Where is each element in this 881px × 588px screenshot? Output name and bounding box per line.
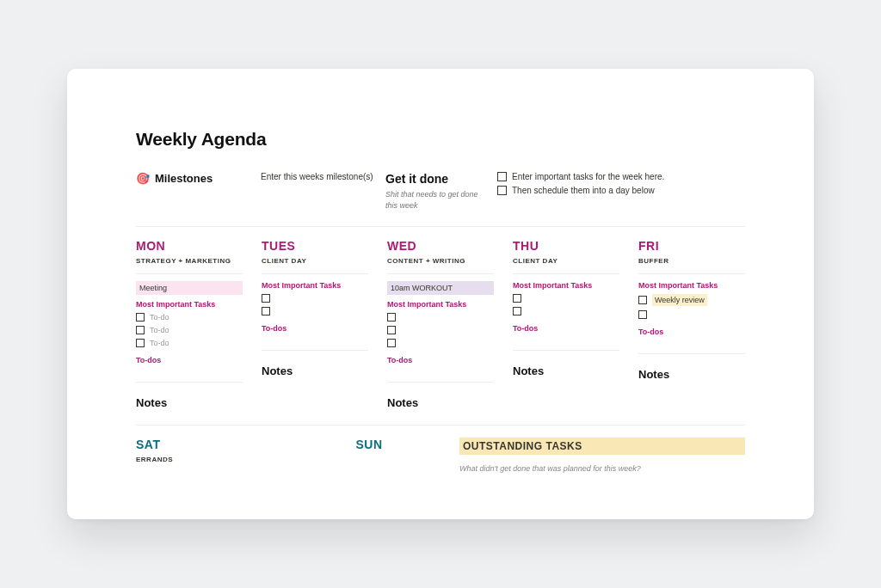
day-sat: SAT ERRANDS [136, 438, 279, 473]
task-line[interactable]: Weekly review [638, 294, 745, 306]
task-line[interactable] [387, 326, 494, 334]
notes-heading: Notes [513, 364, 619, 377]
day-thu: THU CLIENT DAY Most Important Tasks To-d… [513, 239, 619, 409]
day-mon: MON STRATEGY + MARKETING Meeting Most Im… [136, 239, 243, 409]
day-subtitle: CLIENT DAY [262, 257, 368, 265]
checkbox-icon[interactable] [387, 326, 396, 334]
notes-heading: Notes [387, 396, 494, 409]
week-grid: MON STRATEGY + MARKETING Meeting Most Im… [136, 239, 745, 409]
checkbox-icon[interactable] [136, 313, 145, 322]
checkbox-icon[interactable] [262, 294, 270, 303]
day-fri: FRI BUFFER Most Important Tasks Weekly r… [638, 239, 745, 409]
gid-task-row[interactable]: Enter important tasks for the week here. [497, 172, 745, 181]
task-text: To-do [150, 326, 169, 334]
day-heading: FRI [638, 239, 745, 253]
divider [638, 353, 745, 354]
mit-label: Most Important Tasks [387, 300, 494, 309]
mit-label: Most Important Tasks [262, 281, 368, 290]
day-subtitle: ERRANDS [136, 456, 279, 463]
checkbox-icon[interactable] [387, 339, 396, 347]
todos-label: To-dos [513, 324, 619, 333]
day-wed: WED CONTENT + WRITING 10am WORKOUT Most … [387, 239, 494, 409]
milestones-label: Milestones [155, 172, 213, 185]
divider [136, 273, 243, 274]
day-subtitle: CONTENT + WRITING [387, 257, 494, 265]
notes-heading: Notes [262, 364, 368, 377]
checkbox-icon[interactable] [497, 172, 507, 181]
checkbox-icon[interactable] [136, 339, 145, 347]
getitdone-tasks: Enter important tasks for the week here.… [497, 172, 745, 211]
task-line[interactable] [513, 307, 619, 315]
checkbox-icon[interactable] [638, 296, 647, 304]
milestones-heading: 🎯 Milestones [136, 172, 261, 185]
top-row: 🎯 Milestones Enter this weeks milestone(… [136, 172, 745, 211]
getitdone-subtitle: Shit that needs to get done this week [385, 189, 480, 211]
day-subtitle: CLIENT DAY [513, 257, 619, 265]
task-line[interactable]: To-do [136, 339, 243, 347]
checkbox-icon[interactable] [513, 294, 521, 303]
getitdone-heading: Get it done [385, 172, 497, 186]
task-line[interactable] [513, 294, 619, 303]
outstanding-block: OUTSTANDING TASKS What didn't get done t… [459, 438, 745, 473]
day-sun: SUN [298, 438, 440, 473]
gid-task-text: Enter important tasks for the week here. [512, 172, 664, 181]
todos-label: To-dos [638, 328, 745, 336]
outstanding-subtitle: What didn't get done that was planned fo… [459, 464, 745, 473]
day-heading: SUN [298, 438, 440, 451]
divider [262, 273, 368, 274]
checkbox-icon[interactable] [497, 186, 507, 195]
getitdone-block: Get it done Shit that needs to get done … [385, 172, 497, 211]
day-heading: MON [136, 239, 243, 253]
day-tues: TUES CLIENT DAY Most Important Tasks To-… [262, 239, 368, 409]
highlight-weekly-review: Weekly review [652, 294, 707, 306]
task-line[interactable]: To-do [136, 326, 243, 334]
task-line[interactable]: To-do [136, 313, 243, 322]
gid-task-text: Then schedule them into a day below [512, 186, 655, 195]
divider [387, 273, 494, 274]
page-card: Weekly Agenda 🎯 Milestones Enter this we… [67, 69, 814, 519]
mit-label: Most Important Tasks [136, 300, 243, 309]
checkbox-icon[interactable] [136, 326, 145, 334]
notes-heading: Notes [136, 396, 243, 409]
bottom-row: SAT ERRANDS SUN OUTSTANDING TASKS What d… [136, 438, 745, 473]
checkbox-icon[interactable] [262, 307, 270, 315]
divider [513, 273, 619, 274]
milestones-placeholder[interactable]: Enter this weeks milestone(s) [261, 172, 385, 181]
divider [638, 273, 745, 274]
day-heading: WED [387, 239, 494, 253]
divider [136, 425, 745, 426]
mit-label: Most Important Tasks [638, 281, 745, 290]
gid-task-row[interactable]: Then schedule them into a day below [497, 186, 745, 195]
task-line[interactable] [638, 310, 745, 319]
task-line[interactable] [387, 339, 494, 347]
task-line[interactable] [387, 313, 494, 322]
target-icon: 🎯 [136, 172, 150, 185]
task-line[interactable] [262, 294, 368, 303]
day-subtitle: STRATEGY + MARKETING [136, 257, 243, 265]
outstanding-title: OUTSTANDING TASKS [459, 438, 745, 455]
day-heading: SAT [136, 438, 279, 451]
divider [136, 382, 243, 383]
divider [513, 350, 619, 351]
todos-label: To-dos [136, 356, 243, 364]
task-line[interactable] [262, 307, 368, 315]
day-heading: TUES [262, 239, 368, 253]
divider [136, 226, 745, 227]
notes-heading: Notes [638, 368, 745, 381]
divider [387, 382, 494, 383]
day-subtitle: BUFFER [638, 257, 745, 265]
checkbox-icon[interactable] [387, 313, 396, 322]
checkbox-icon[interactable] [513, 307, 521, 315]
highlight-meeting[interactable]: Meeting [136, 281, 243, 295]
page-title: Weekly Agenda [136, 129, 745, 150]
milestones-block: 🎯 Milestones [136, 172, 261, 211]
checkbox-icon[interactable] [638, 310, 647, 319]
mit-label: Most Important Tasks [513, 281, 619, 290]
highlight-workout[interactable]: 10am WORKOUT [387, 281, 494, 295]
todos-label: To-dos [387, 356, 494, 364]
todos-label: To-dos [262, 324, 368, 333]
task-text: To-do [150, 339, 169, 347]
divider [262, 350, 368, 351]
milestones-placeholder-col: Enter this weeks milestone(s) [261, 172, 385, 211]
task-text: To-do [150, 313, 169, 322]
